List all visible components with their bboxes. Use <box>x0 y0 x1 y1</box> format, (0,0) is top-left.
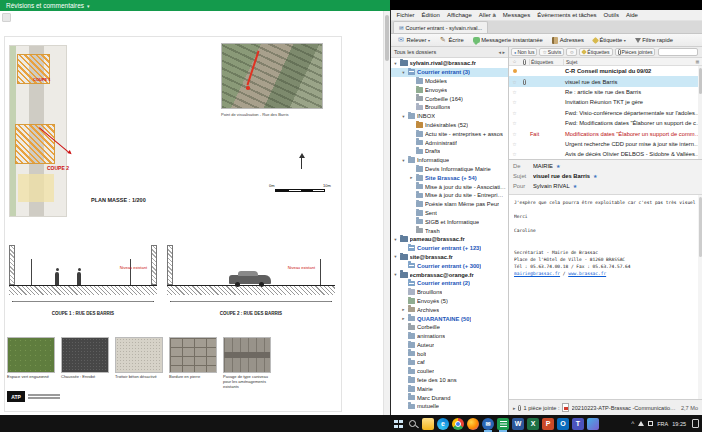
folder-devis-informatique-mairie[interactable]: Devis Informatique Mairie <box>391 165 508 174</box>
star-cell[interactable]: ☆ <box>509 110 520 116</box>
message-row-fwd-modifications-dates-elaborer[interactable]: ☆Fwd: Modifications dates "Élaborer un s… <box>509 118 702 128</box>
toolbar-write-button[interactable]: Écrire <box>436 35 467 45</box>
folder-sigb-et-informatique[interactable]: SIGB et Informatique <box>391 217 508 226</box>
toolbar-quick-filter-button[interactable]: Filtre rapide <box>632 36 676 44</box>
star-column-header[interactable]: ☆ <box>509 59 520 64</box>
firefox-taskbar-icon[interactable] <box>467 418 479 430</box>
folder-ecmbrassac-orange-fr[interactable]: ▾ecmbrassac@orange.fr <box>391 270 508 279</box>
menu-evenements-et-taches[interactable]: Évènements et tâches <box>534 12 600 18</box>
twisty-icon[interactable]: ▾ <box>393 254 398 259</box>
message-row-re-article-site-rue-des-barris[interactable]: ☆Re : article site rue des Barris <box>509 87 702 97</box>
teams-taskbar-icon[interactable]: T <box>572 418 584 430</box>
thread-scrollbar[interactable] <box>698 66 702 159</box>
attachment-column-header[interactable] <box>520 59 529 65</box>
folder-pameau-brassac-fr[interactable]: ▾pameau@brassac.fr <box>391 235 508 244</box>
toolbar-address-book-button[interactable]: Adresses <box>549 36 587 45</box>
revisions-comments-menu[interactable]: Révisions et commentaires <box>6 2 84 9</box>
message-row-avis-de-deces-olivier-delbos-sid[interactable]: ☆Avis de décès Olivier DELBOS - Sidobre … <box>509 149 702 159</box>
twisty-icon[interactable]: ▾ <box>401 158 406 163</box>
menu-aide[interactable]: Aide <box>622 12 641 18</box>
subject-column-header[interactable]: Sujet <box>563 59 693 65</box>
folder-mise-a-jour-du-site-entreprises[interactable]: Mise à jour du site - Entreprises <box>391 191 508 200</box>
toolbar-get-mail-button[interactable]: Relever▾ <box>394 35 433 45</box>
star-cell[interactable] <box>509 68 520 74</box>
menu-fichier[interactable]: Fichier <box>393 12 418 18</box>
message-row-fwd-visio-conference-departement[interactable]: ☆Fwd: Visio-conférence départementale su… <box>509 108 702 118</box>
folder-site-brassac-54[interactable]: ▸Site Brassac (+ 54) <box>391 173 508 182</box>
menu-edition[interactable]: Édition <box>418 12 443 18</box>
folder-mise-a-jour-du-site-associations[interactable]: Mise à jour du site - Associations <box>391 182 508 191</box>
folder-modeles[interactable]: Modèles <box>391 77 508 86</box>
twisty-icon[interactable]: ▸ <box>401 316 406 321</box>
contact-star-icon[interactable]: ★ <box>573 182 577 191</box>
excel-taskbar-icon[interactable]: X <box>527 418 539 430</box>
flag-star-icon[interactable]: ★ <box>593 172 597 181</box>
sender-name[interactable]: MAIRIE <box>533 162 553 172</box>
star-cell[interactable]: ☆ <box>509 120 520 126</box>
search-taskbar-icon[interactable] <box>407 418 419 430</box>
star-cell[interactable]: ☆ <box>509 79 520 85</box>
folder-site-brassac-fr[interactable]: ▾site@brassac.fr <box>391 253 508 262</box>
edge-taskbar-icon[interactable]: e <box>437 418 449 430</box>
folder-courrier-entrant-3[interactable]: ▾Courrier entrant (3) <box>391 68 508 77</box>
twisty-icon[interactable]: ▸ <box>409 175 414 180</box>
message-row-visuel-rue-des-barris[interactable]: ☆visuel rue des Barris <box>509 76 702 86</box>
folder-animations[interactable]: animations <box>391 332 508 341</box>
toolbar-tag-button[interactable]: Étiquette▾ <box>590 36 629 44</box>
folder-sylvain-rival-brassac-fr[interactable]: ▾sylvain.rival@brassac.fr <box>391 59 508 68</box>
message-row-urgent-recherche-cdd-pour-mise-a[interactable]: ☆Urgent recherche CDD pour mise à jour s… <box>509 139 702 149</box>
twisty-icon[interactable]: ▾ <box>393 61 398 66</box>
folder-sent[interactable]: Sent <box>391 209 508 218</box>
message-row-invitation-reunion-tkt-je-gere[interactable]: ☆Invitation Réunion TKT je gère <box>509 97 702 107</box>
folder-mairie[interactable]: Mairie <box>391 384 508 393</box>
folder-indesirables-52[interactable]: Indésirables (52) <box>391 121 508 130</box>
message-row-modifications-dates-elaborer-un-[interactable]: ☆FaitModifications dates "Élaborer un su… <box>509 128 702 138</box>
viewer-tool-icon[interactable] <box>2 13 11 22</box>
quick-filter-suivis-toggle[interactable]: Suivis <box>539 48 564 56</box>
folder-courrier-entrant-2[interactable]: Courrier entrant (2) <box>391 279 508 288</box>
menu-affichage[interactable]: Affichage <box>443 12 475 18</box>
quick-filter-non-lus-toggle[interactable]: Non lus <box>511 48 537 56</box>
twisty-icon[interactable]: ▾ <box>401 70 406 75</box>
folder-caf[interactable]: caf <box>391 358 508 367</box>
language-indicator[interactable]: FRA <box>657 421 668 427</box>
folder-marc-durand[interactable]: Marc Durand <box>391 393 508 402</box>
toolbar-chat-button[interactable]: Messagerie instantanée <box>470 36 546 44</box>
quick-filter-pieces-jointes-toggle[interactable]: Pièces jointes <box>615 48 656 56</box>
folder-mutuelle[interactable]: mutuelle <box>391 402 508 411</box>
start-taskbar-icon[interactable] <box>392 418 404 430</box>
message-row-c-r-conseil-municipal-du-09-02[interactable]: C-R Conseil municipal du 09/02 <box>509 66 702 76</box>
tab-inbox[interactable]: ✉ Courrier entrant - sylvain.rival... <box>393 21 488 33</box>
folder-pane-nav-arrows[interactable]: ◂ ▸ <box>499 49 505 55</box>
folder-archives[interactable]: ▸Archives <box>391 305 508 314</box>
tags-column-header[interactable]: Étiquettes <box>529 59 563 65</box>
folder-inbox[interactable]: ▾INBOX <box>391 112 508 121</box>
folder-drafts[interactable]: Drafts <box>391 147 508 156</box>
photos-taskbar-icon[interactable] <box>587 418 599 430</box>
viewer-scrollbar[interactable] <box>383 11 390 415</box>
star-cell[interactable]: ☆ <box>509 141 520 147</box>
folder-trash[interactable]: Trash <box>391 226 508 235</box>
quick-filter-etiquettes-toggle[interactable]: Étiquettes <box>579 48 612 56</box>
pdf-viewer-taskbar-icon[interactable] <box>497 418 509 430</box>
body-link[interactable]: www.brassac.fr <box>568 271 606 276</box>
folder-bolt[interactable]: bolt <box>391 349 508 358</box>
folder-informatique[interactable]: ▾Informatique <box>391 156 508 165</box>
menu-aller-a[interactable]: Aller à <box>475 12 499 18</box>
contact-star-icon[interactable]: ★ <box>556 162 560 171</box>
star-cell[interactable]: ☆ <box>509 89 520 95</box>
quick-filter-contact-toggle[interactable] <box>566 48 577 56</box>
attachment-filename[interactable]: 20210223-ATP-Brassac -Communication doc … <box>572 405 679 411</box>
folder-courrier-entrant-123[interactable]: Courrier entrant (+ 123) <box>391 244 508 253</box>
clock[interactable]: 19:25 <box>672 421 686 427</box>
body-link[interactable]: mairie@brassac.fr <box>514 271 560 276</box>
star-cell[interactable]: ☆ <box>509 151 520 157</box>
notification-center-button[interactable] <box>692 419 699 428</box>
file-explorer-taskbar-icon[interactable] <box>422 418 434 430</box>
folder-brouillons[interactable]: Brouillons <box>391 288 508 297</box>
twisty-icon[interactable]: ▸ <box>401 307 406 312</box>
outlook-taskbar-icon[interactable]: O <box>557 418 569 430</box>
volume-icon[interactable] <box>648 421 653 426</box>
folder-brouillons[interactable]: Brouillons <box>391 103 508 112</box>
recipient-name[interactable]: Sylvain RIVAL <box>533 182 570 192</box>
